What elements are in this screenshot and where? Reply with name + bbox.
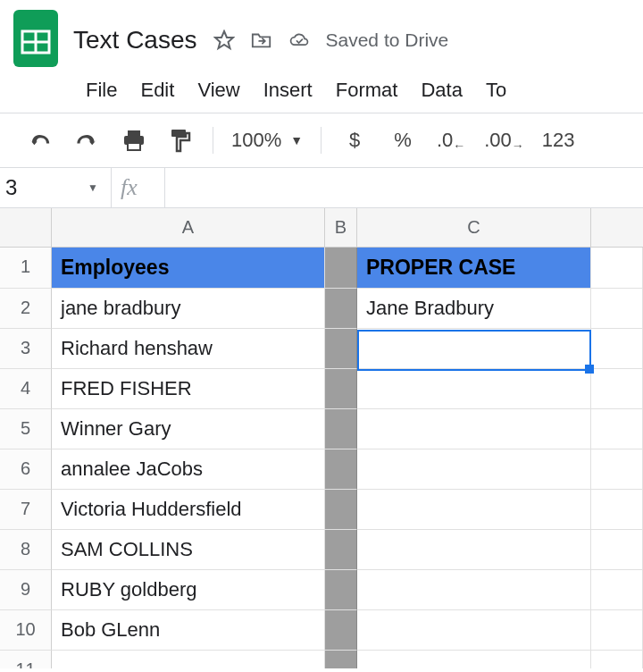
- cell-A3[interactable]: Richard henshaw: [52, 329, 325, 369]
- cell-A8[interactable]: SAM COLLINS: [52, 530, 325, 570]
- row-header[interactable]: 2: [0, 289, 52, 329]
- formula-input[interactable]: [164, 168, 643, 207]
- row-header[interactable]: 7: [0, 490, 52, 530]
- menu-tools-partial[interactable]: To: [486, 79, 506, 102]
- cell-C11[interactable]: [357, 651, 591, 668]
- table-row: 1 Employees PROPER CASE: [0, 248, 643, 289]
- cell-A2[interactable]: jane bradbury: [52, 289, 325, 329]
- cell-C6[interactable]: [357, 449, 591, 490]
- undo-icon[interactable]: [27, 126, 55, 155]
- cell-A6[interactable]: annalee JaCobs: [52, 449, 325, 490]
- cell-C7[interactable]: [357, 490, 591, 530]
- menu-file[interactable]: File: [86, 79, 117, 102]
- move-folder-icon[interactable]: [251, 29, 272, 51]
- row-header[interactable]: 1: [0, 248, 52, 289]
- select-all-corner[interactable]: [0, 208, 52, 247]
- row-header[interactable]: 10: [0, 610, 52, 651]
- cell-D1[interactable]: [591, 248, 643, 289]
- cell-A7[interactable]: Victoria Huddersfield: [52, 490, 325, 530]
- col-header-A[interactable]: A: [52, 208, 325, 247]
- table-row: 7 Victoria Huddersfield: [0, 490, 643, 530]
- cell-D5[interactable]: [591, 409, 643, 449]
- zoom-select[interactable]: 100% ▼: [231, 129, 303, 152]
- col-header-empty[interactable]: [591, 208, 643, 247]
- cell-A10[interactable]: Bob GLenn: [52, 610, 325, 651]
- cell-D6[interactable]: [591, 449, 643, 490]
- menu-format[interactable]: Format: [336, 79, 398, 102]
- decrease-decimal[interactable]: .0←: [436, 129, 466, 152]
- row-header[interactable]: 9: [0, 570, 52, 610]
- cell-B6[interactable]: [325, 449, 357, 490]
- cell-C8[interactable]: [357, 530, 591, 570]
- table-row: 11: [0, 651, 643, 668]
- table-row: 10 Bob GLenn: [0, 610, 643, 651]
- cell-C1[interactable]: PROPER CASE: [357, 248, 591, 289]
- cell-B8[interactable]: [325, 530, 357, 570]
- cell-D11[interactable]: [591, 651, 643, 668]
- cell-D3[interactable]: [591, 329, 643, 369]
- row-header[interactable]: 6: [0, 449, 52, 490]
- menu-edit[interactable]: Edit: [140, 79, 174, 102]
- cell-D8[interactable]: [591, 530, 643, 570]
- cell-A5[interactable]: Winner Gary: [52, 409, 325, 449]
- format-123[interactable]: 123: [542, 129, 575, 152]
- col-header-B[interactable]: B: [325, 208, 357, 247]
- cell-C2[interactable]: Jane Bradbury: [357, 289, 591, 329]
- name-box-value: 3: [5, 175, 17, 200]
- menu-data[interactable]: Data: [421, 79, 462, 102]
- paint-format-icon[interactable]: [166, 126, 195, 155]
- cell-D4[interactable]: [591, 369, 643, 409]
- cell-A11[interactable]: [52, 651, 325, 668]
- cell-D7[interactable]: [591, 490, 643, 530]
- cell-B4[interactable]: [325, 369, 357, 409]
- name-box[interactable]: 3 ▼: [0, 175, 111, 200]
- cell-B9[interactable]: [325, 570, 357, 610]
- cloud-saved-icon[interactable]: [288, 29, 310, 51]
- cell-B5[interactable]: [325, 409, 357, 449]
- cell-B1[interactable]: [325, 248, 357, 289]
- right-arrow-icon: →: [512, 139, 524, 153]
- fx-label: fx: [111, 168, 164, 207]
- cell-D9[interactable]: [591, 570, 643, 610]
- dec-decrease-label: .0: [437, 129, 453, 152]
- cell-A1[interactable]: Employees: [52, 248, 325, 289]
- menu-insert[interactable]: Insert: [263, 79, 313, 102]
- doc-title[interactable]: Text Cases: [73, 26, 197, 55]
- menu-view[interactable]: View: [197, 79, 239, 102]
- print-icon[interactable]: [120, 126, 148, 155]
- table-row: 3 Richard henshaw: [0, 329, 643, 369]
- grid-rows: 1 Employees PROPER CASE 2 jane bradbury …: [0, 248, 643, 668]
- cell-C3[interactable]: [357, 329, 591, 369]
- table-row: 4 FRED FISHER: [0, 369, 643, 409]
- cell-A4[interactable]: FRED FISHER: [52, 369, 325, 409]
- table-row: 5 Winner Gary: [0, 409, 643, 449]
- row-header[interactable]: 11: [0, 651, 52, 668]
- format-percent[interactable]: %: [388, 129, 418, 152]
- toolbar-separator: [213, 127, 213, 154]
- cell-D2[interactable]: [591, 289, 643, 329]
- formula-bar-row: 3 ▼ fx: [0, 167, 643, 208]
- cell-C9[interactable]: [357, 570, 591, 610]
- row-header[interactable]: 5: [0, 409, 52, 449]
- increase-decimal[interactable]: .00→: [484, 129, 524, 152]
- cell-C4[interactable]: [357, 369, 591, 409]
- cell-B3[interactable]: [325, 329, 357, 369]
- cell-A9[interactable]: RUBY goldberg: [52, 570, 325, 610]
- cell-B10[interactable]: [325, 610, 357, 651]
- cell-B11[interactable]: [325, 651, 357, 668]
- toolbar-separator: [321, 127, 322, 154]
- cell-B7[interactable]: [325, 490, 357, 530]
- col-header-C[interactable]: C: [357, 208, 591, 247]
- sheets-logo[interactable]: [11, 7, 61, 70]
- redo-icon[interactable]: [73, 126, 102, 155]
- cell-D10[interactable]: [591, 610, 643, 651]
- star-icon[interactable]: [213, 29, 235, 51]
- row-header[interactable]: 8: [0, 530, 52, 570]
- cell-C10[interactable]: [357, 610, 591, 651]
- left-arrow-icon: ←: [453, 139, 465, 153]
- format-currency[interactable]: $: [339, 129, 370, 152]
- cell-B2[interactable]: [325, 289, 357, 329]
- row-header[interactable]: 4: [0, 369, 52, 409]
- cell-C5[interactable]: [357, 409, 591, 449]
- row-header[interactable]: 3: [0, 329, 52, 369]
